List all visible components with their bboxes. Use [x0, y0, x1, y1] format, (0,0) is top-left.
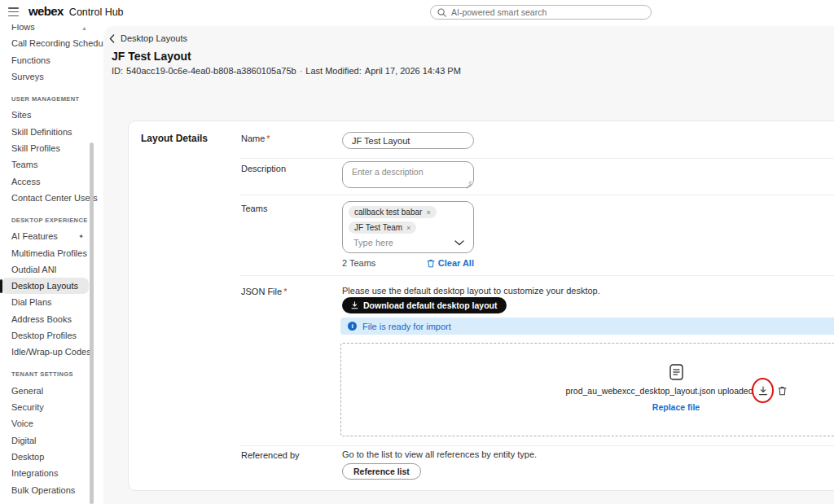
sidebar-item-multimedia-profiles[interactable]: Multimedia Profiles — [0, 244, 103, 261]
json-file-help-text: Please use the default desktop layout to… — [342, 286, 600, 296]
active-indicator — [0, 279, 2, 293]
team-chip[interactable]: JF Test Team × — [349, 221, 416, 234]
chevron-down-icon[interactable] — [454, 240, 464, 246]
chip-remove-icon[interactable]: × — [406, 224, 410, 232]
clear-all-button[interactable]: Clear All — [427, 258, 474, 268]
sidebar-section-label: TENANT SETTINGS — [11, 370, 73, 378]
sidebar-item-functions[interactable]: Functions — [0, 52, 103, 68]
search-input[interactable] — [451, 7, 644, 17]
sidebar-item-desktop-profiles[interactable]: Desktop Profiles — [0, 327, 103, 344]
sidebar-section-tenant-settings: TENANT SETTINGS — [0, 366, 103, 382]
sidebar-item-label: Idle/Wrap-up Codes — [11, 347, 91, 357]
sidebar-item-label: AI Features — [11, 231, 58, 241]
referenced-by-help-text: Go to the list to view all references by… — [342, 449, 537, 459]
sidebar-item-label: Sites — [11, 110, 31, 120]
sidebar-item-skill-definitions[interactable]: Skill Definitions — [0, 124, 103, 140]
replace-file-link[interactable]: Replace file — [652, 402, 700, 412]
referenced-by-label: Referenced by — [241, 450, 300, 460]
teams-count: 2 Teams — [342, 258, 375, 268]
sidebar-item-digital[interactable]: Digital — [0, 432, 103, 449]
sidebar-item-access[interactable]: Access — [0, 173, 103, 189]
global-search[interactable] — [430, 5, 652, 20]
sidebar-item-label: Security — [11, 402, 44, 412]
sidebar-item-integrations[interactable]: Integrations — [0, 465, 103, 481]
sidebar-item-label: Teams — [11, 160, 37, 169]
sidebar-item-contact-center-users[interactable]: Contact Center Users — [0, 190, 103, 206]
teams-multiselect[interactable]: callback test babar × JF Test Team × Typ… — [342, 201, 474, 253]
teams-meta-row: 2 Teams Clear All — [342, 258, 474, 268]
sidebar-item-dial-plans[interactable]: Dial Plans — [0, 294, 103, 310]
last-modified-label: Last Modified: — [305, 66, 361, 76]
page-title: JF Test Layout — [112, 50, 191, 63]
sidebar-item-address-books[interactable]: Address Books — [0, 311, 103, 327]
breadcrumb-label: Desktop Layouts — [121, 33, 187, 43]
teams-input-placeholder[interactable]: Type here — [353, 238, 393, 248]
name-input[interactable] — [342, 132, 474, 149]
last-modified-value: April 17, 2026 14:43 PM — [365, 66, 461, 76]
description-textarea[interactable] — [342, 161, 474, 188]
sidebar-item-ai-features[interactable]: AI Features✦ — [0, 228, 103, 244]
sidebar-scrollbar[interactable] — [90, 142, 94, 504]
sidebar-section-desktop-experience: DESKTOP EXPERIENCE — [0, 212, 103, 228]
topbar: webex Control Hub — [0, 0, 834, 24]
sidebar-item-outdial-ani[interactable]: Outdial ANI — [0, 261, 103, 278]
sidebar-item-desktop[interactable]: Desktop — [0, 449, 103, 465]
sidebar-item-label: Bulk Operations — [11, 485, 75, 495]
resize-grip-icon[interactable] — [465, 179, 472, 186]
sidebar-section-label: USER MANAGEMENT — [11, 95, 80, 103]
sidebar-item-security[interactable]: Security — [0, 399, 103, 415]
team-chip[interactable]: callback test babar × — [349, 206, 437, 218]
layout-details-card: Layout Details Name* Description Teams c… — [128, 121, 834, 491]
sidebar-item-skill-profiles[interactable]: Skill Profiles — [0, 140, 103, 156]
required-asterisk: * — [266, 134, 270, 143]
sidebar-item-desktop-layouts[interactable]: Desktop Layouts — [2, 278, 89, 294]
teams-label: Teams — [241, 204, 267, 213]
back-chevron-icon — [109, 34, 115, 43]
page-meta: ID: 540acc19-0c6e-4ea0-b808-a3860105a75b… — [112, 66, 461, 76]
trash-icon — [427, 259, 435, 268]
id-value: 540acc19-0c6e-4ea0-b808-a3860105a75b — [126, 66, 296, 76]
divider — [239, 275, 834, 276]
info-icon: i — [348, 322, 357, 331]
reference-list-button[interactable]: Reference list — [342, 463, 421, 480]
sidebar-item-idle-wrapup-codes[interactable]: Idle/Wrap-up Codes — [0, 344, 103, 360]
download-default-layout-button[interactable]: Download default desktop layout — [342, 297, 507, 313]
required-asterisk: * — [283, 287, 287, 296]
download-icon — [351, 301, 358, 309]
sidebar-item-label: Contact Center Users — [11, 193, 98, 203]
banner-text: File is ready for import — [362, 322, 451, 331]
search-icon — [437, 8, 446, 17]
sidebar-item-label: Digital — [11, 436, 37, 445]
chip-remove-icon[interactable]: × — [426, 208, 430, 217]
uploaded-file-row: prod_au_webexcc_desktop_layout.json uplo… — [565, 385, 786, 397]
sidebar-item-call-recording-schedules[interactable]: Call Recording Schedules — [0, 35, 103, 51]
sidebar-item-voice[interactable]: Voice — [0, 415, 103, 432]
scroll-up-icon[interactable]: ▲ — [81, 25, 87, 31]
sidebar-item-sites[interactable]: Sites — [0, 107, 103, 123]
divider — [239, 195, 834, 195]
sidebar-item-teams[interactable]: Teams — [0, 156, 103, 173]
download-file-button[interactable] — [757, 385, 769, 397]
uploaded-file-name: prod_au_webexcc_desktop_layout.json uplo… — [565, 386, 753, 396]
sidebar-item-label: Call Recording Schedules — [11, 38, 115, 48]
name-label: Name* — [241, 134, 270, 143]
delete-file-button[interactable] — [778, 386, 787, 396]
file-dropzone[interactable]: prod_au_webexcc_desktop_layout.json uplo… — [340, 343, 834, 436]
sidebar-item-general[interactable]: General — [0, 383, 103, 399]
sidebar-item-label: Voice — [11, 419, 33, 428]
sidebar-item-label: Multimedia Profiles — [11, 248, 87, 258]
breadcrumb[interactable]: Desktop Layouts — [109, 33, 187, 43]
import-ready-banner: i File is ready for import — [340, 318, 834, 335]
sidebar-item-label: General — [11, 386, 43, 396]
hamburger-icon[interactable] — [8, 7, 19, 16]
app-logo: webex Control Hub — [29, 4, 124, 18]
sidebar-item-bulk-operations[interactable]: Bulk Operations — [0, 481, 103, 497]
clear-all-label: Clear All — [438, 258, 474, 268]
logo-control-hub: Control Hub — [69, 7, 124, 18]
sidebar-item-label: Skill Profiles — [11, 143, 60, 153]
sidebar-item-label: Address Books — [11, 314, 72, 324]
logo-webex: webex — [29, 4, 64, 18]
sparkle-icon: ✦ — [78, 233, 84, 240]
sidebar-item-label: Surveys — [11, 72, 44, 81]
sidebar-item-surveys[interactable]: Surveys — [0, 68, 103, 85]
